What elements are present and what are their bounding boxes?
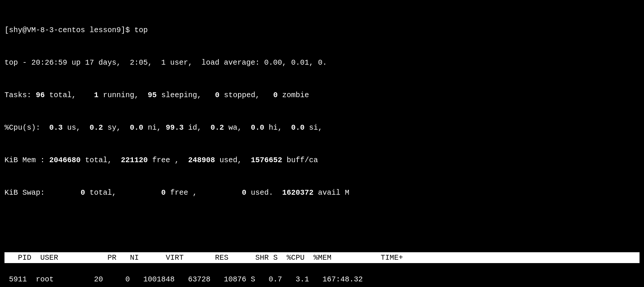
cpu-hi-val: 0.0 bbox=[251, 123, 264, 132]
col-header-s: S bbox=[273, 253, 278, 262]
col-header-shr: SHR bbox=[255, 253, 269, 262]
tasks-line: Tasks: 96 total, 1 running, 95 sleeping,… bbox=[4, 90, 640, 101]
tasks-zombie-val: 0 bbox=[273, 91, 278, 99]
mem-prefix: KiB Mem : bbox=[4, 156, 49, 164]
tasks-total-val: 96 bbox=[36, 91, 45, 99]
top-header: top - 20:26:59 up 17 days, 2:05, 1 user,… bbox=[4, 57, 640, 68]
prompt-line: [shy@VM-8-3-centos lesson9]$ top bbox=[4, 25, 640, 36]
mem-line: KiB Mem : 2046680 total, 221120 free , 2… bbox=[4, 155, 640, 166]
swap-avail-label: avail M bbox=[313, 188, 349, 197]
cpu-us-val: 0.3 bbox=[49, 123, 63, 132]
swap-total-label: total, bbox=[85, 188, 161, 197]
cpu-si-label: si, bbox=[304, 123, 322, 132]
swap-prefix: KiB Swap: bbox=[4, 188, 81, 197]
mem-free-val: 221120 bbox=[121, 156, 148, 164]
table-row: 5911 root 20 0 1001848 63728 10876 S 0.7… bbox=[4, 274, 640, 285]
col-header-cpu: %CPU bbox=[287, 253, 304, 262]
col-header-user: USER bbox=[40, 253, 58, 262]
tasks-stopped-label: stopped, bbox=[219, 91, 273, 99]
col-header-pr: PR bbox=[107, 253, 116, 262]
cpu-prefix: %Cpu(s): bbox=[4, 123, 49, 132]
cpu-id-label: id, bbox=[184, 123, 210, 132]
tasks-sleeping-label: sleeping, bbox=[157, 91, 215, 99]
mem-total-label: total, bbox=[81, 156, 121, 164]
cpu-id-val: 99.3 bbox=[166, 123, 184, 132]
col-header-pid: PID bbox=[18, 253, 31, 262]
cpu-sy-label: sy, bbox=[103, 123, 130, 132]
cpu-line: %Cpu(s): 0.3 us, 0.2 sy, 0.0 ni, 99.3 id… bbox=[4, 122, 640, 133]
mem-buff-label: buff/ca bbox=[282, 156, 318, 164]
swap-used-val: 0 bbox=[242, 188, 246, 197]
col-header-ni: NI bbox=[130, 253, 139, 262]
tasks-total-label: total, bbox=[45, 91, 94, 99]
process-table: 5911 root 20 0 1001848 63728 10876 S 0.7… bbox=[4, 274, 640, 287]
swap-total-val: 0 bbox=[81, 188, 85, 197]
mem-used-label: used, bbox=[215, 156, 251, 164]
tasks-prefix: Tasks: bbox=[4, 91, 36, 99]
mem-total-val: 2046680 bbox=[49, 156, 81, 164]
mem-free-label: free , bbox=[148, 156, 188, 164]
cpu-ni-label: ni, bbox=[143, 123, 166, 132]
cpu-wa-val: 0.2 bbox=[210, 123, 224, 132]
col-header-res: RES bbox=[215, 253, 228, 262]
tasks-sleeping-val: 95 bbox=[148, 91, 157, 99]
cpu-si-val: 0.0 bbox=[291, 123, 304, 132]
cpu-hi-label: hi, bbox=[264, 123, 291, 132]
mem-used-val: 248908 bbox=[188, 156, 215, 164]
col-header-time: TIME+ bbox=[381, 253, 403, 262]
mem-buff-val: 1576652 bbox=[251, 156, 282, 164]
tasks-running-val: 1 bbox=[94, 91, 99, 99]
swap-avail-val: 1620372 bbox=[282, 188, 313, 197]
swap-free-val: 0 bbox=[161, 188, 166, 197]
cpu-wa-label: wa, bbox=[224, 123, 251, 132]
cpu-ni-val: 0.0 bbox=[130, 123, 143, 132]
process-table-header: PID USER PR NI VIRT RES SHR S %CPU %MEM … bbox=[4, 252, 640, 263]
cpu-sy-val: 0.2 bbox=[90, 123, 103, 132]
col-header-virt: VIRT bbox=[166, 253, 184, 262]
tasks-running-label: running, bbox=[99, 91, 148, 99]
swap-line: KiB Swap: 0 total, 0 free , 0 used. 1620… bbox=[4, 187, 640, 198]
swap-used-label: used. bbox=[246, 188, 282, 197]
swap-free-label: free , bbox=[166, 188, 242, 197]
tasks-zombie-label: zombie bbox=[278, 91, 309, 99]
col-header-mem: %MEM bbox=[313, 253, 331, 262]
cpu-us-label: us, bbox=[63, 123, 90, 132]
terminal: [shy@VM-8-3-centos lesson9]$ top top - 2… bbox=[4, 3, 640, 274]
tasks-stopped-val: 0 bbox=[215, 91, 219, 99]
blank-line bbox=[4, 220, 640, 231]
